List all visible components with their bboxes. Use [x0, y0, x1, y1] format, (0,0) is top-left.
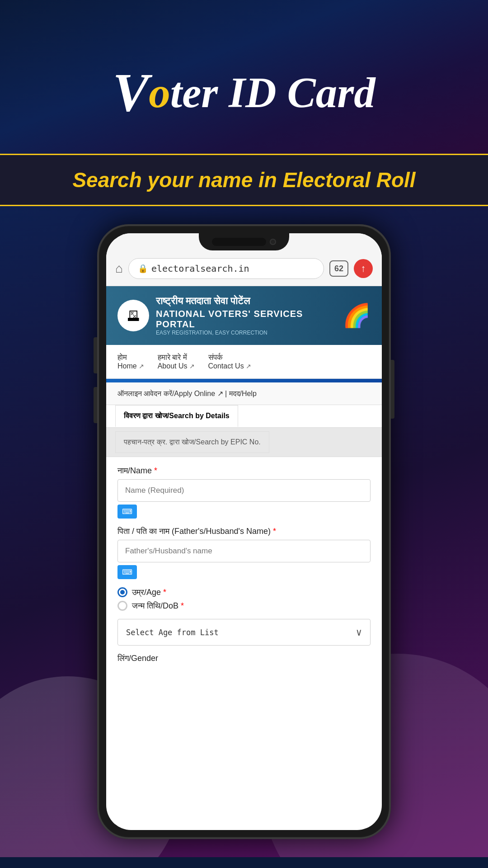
dob-radio-label: जन्म तिथि/DoB * — [132, 601, 184, 611]
header-section: ✓ oter ID Card V oter ID Card — [0, 0, 488, 154]
refresh-button[interactable]: ↑ — [354, 259, 373, 278]
phone-container: ⌂ 🔒 electoralsearch.in 62 ↑ 🗳 — [0, 206, 488, 857]
nav-item-home[interactable]: होम Home ↗ — [117, 353, 144, 370]
external-link-icon-3: ↗ — [246, 363, 251, 370]
nvsp-hindi-title: राष्ट्रीय मतदाता सेवा पोटेंल — [156, 295, 336, 307]
dob-radio-option[interactable]: जन्म तिथि/DoB * — [117, 601, 371, 611]
volume-up-button — [94, 337, 97, 373]
father-required-star: * — [273, 527, 276, 536]
epic-tab-bar: पहचान-पत्र क्र. द्वारा खोज/Search by EPI… — [106, 428, 382, 457]
name-required-star: * — [154, 466, 157, 475]
nav-home-english: Home ↗ — [117, 362, 144, 370]
age-select-dropdown[interactable]: Select Age from List ∨ — [117, 619, 371, 646]
keyboard-symbol: ⌨ — [122, 507, 132, 516]
nav-menu: होम Home ↗ हमारे बारे में About Us ↗ संप… — [106, 345, 382, 379]
front-camera — [270, 239, 276, 245]
rainbow-icon: 🌈 — [343, 302, 371, 329]
keyboard-symbol-2: ⌨ — [122, 568, 132, 576]
nvsp-banner: 🗳 राष्ट्रीय मतदाता सेवा पोटेंल NATIONAL … — [106, 286, 382, 345]
volume-down-button — [94, 387, 97, 423]
age-select-group: Select Age from List ∨ — [117, 619, 371, 646]
banner-text: Search your name in Electoral Roll — [72, 168, 415, 192]
dropdown-arrow-icon: ∨ — [356, 627, 362, 638]
name-field-group: नाम/Name * ⌨ — [117, 466, 371, 519]
notch-pill — [212, 238, 266, 246]
nav-about-hindi: हमारे बारे में — [158, 353, 187, 362]
nvsp-small-text: EASY REGISTRATION, EASY CORRECTION — [156, 330, 336, 336]
search-tabs: विवरण द्वारा खोज/Search by Details — [106, 405, 382, 428]
nav-about-english: About Us ↗ — [158, 362, 195, 370]
age-dob-radio-group: उम्र/Age * जन्म तिथि/DoB * — [117, 587, 371, 611]
name-label: नाम/Name * — [117, 466, 371, 476]
phone-notch — [199, 233, 289, 250]
blue-divider-bar — [106, 379, 382, 382]
age-required-star: * — [163, 588, 166, 597]
utility-separator: | — [225, 390, 229, 397]
website-content: 🗳 राष्ट्रीय मतदाता सेवा पोटेंल NATIONAL … — [106, 286, 382, 824]
nav-home-hindi: होम — [117, 353, 127, 362]
tab-search-by-details[interactable]: विवरण द्वारा खोज/Search by Details — [115, 405, 238, 427]
keyboard-icon-father[interactable]: ⌨ — [117, 565, 137, 579]
voter-rest-text: oter ID Card — [149, 71, 375, 114]
apply-online-text[interactable]: ऑनलाइन आवेदन करें/Apply Online ↗ — [117, 390, 223, 397]
form-section: नाम/Name * ⌨ पिता / पति का नाम (Father's… — [106, 457, 382, 672]
age-radio-label: उम्र/Age * — [132, 588, 166, 597]
nvsp-text-area: राष्ट्रीय मतदाता सेवा पोटेंल NATIONAL VO… — [156, 295, 336, 336]
age-radio-option[interactable]: उम्र/Age * — [117, 587, 371, 597]
keyboard-icon-name[interactable]: ⌨ — [117, 505, 137, 519]
help-text[interactable]: मदद/Help — [229, 390, 257, 397]
nvsp-english-title: NATIONAL VOTERS' SERVICES PORTAL — [156, 309, 336, 330]
age-radio-circle[interactable] — [117, 587, 127, 597]
arrow-up-icon: ↑ — [361, 263, 366, 274]
tab-count[interactable]: 62 — [329, 260, 348, 277]
gender-label: लिंग/Gender — [117, 654, 371, 663]
url-text: electoralsearch.in — [151, 263, 249, 274]
father-name-input[interactable] — [117, 540, 371, 562]
fathers-name-field-group: पिता / पति का नाम (Father's/Husband's Na… — [117, 527, 371, 579]
name-input[interactable] — [117, 479, 371, 502]
utility-bar: ऑनलाइन आवेदन करें/Apply Online ↗ | मदद/H… — [106, 382, 382, 405]
age-select-label: Select Age from List — [126, 628, 219, 637]
external-link-icon: ↗ — [139, 363, 144, 370]
nav-item-about[interactable]: हमारे बारे में About Us ↗ — [158, 353, 195, 370]
tab-search-by-epic[interactable]: पहचान-पत्र क्र. द्वारा खोज/Search by EPI… — [115, 431, 269, 453]
nav-item-contact[interactable]: संपर्क Contact Us ↗ — [208, 353, 251, 370]
phone-screen: ⌂ 🔒 electoralsearch.in 62 ↑ 🗳 — [106, 233, 382, 830]
father-label: पिता / पति का नाम (Father's/Husband's Na… — [117, 527, 371, 536]
nav-contact-hindi: संपर्क — [208, 353, 223, 362]
yellow-banner: Search your name in Electoral Roll — [0, 154, 488, 206]
phone-frame: ⌂ 🔒 electoralsearch.in 62 ↑ 🗳 — [97, 224, 391, 839]
power-button — [391, 360, 394, 419]
dob-required-star: * — [181, 601, 184, 610]
nav-contact-english: Contact Us ↗ — [208, 362, 251, 370]
dob-radio-circle[interactable] — [117, 601, 127, 611]
voter-v-letter: V — [113, 66, 149, 120]
lock-icon: 🔒 — [138, 264, 148, 274]
tab-epic-label: पहचान-पत्र क्र. द्वारा खोज/Search by EPI… — [124, 438, 261, 446]
external-link-icon-2: ↗ — [189, 363, 195, 370]
url-bar[interactable]: 🔒 electoralsearch.in — [128, 258, 324, 279]
home-icon[interactable]: ⌂ — [115, 261, 123, 276]
nvsp-logo: 🗳 — [117, 300, 149, 331]
tab-details-label: विवरण द्वारा खोज/Search by Details — [124, 412, 230, 420]
